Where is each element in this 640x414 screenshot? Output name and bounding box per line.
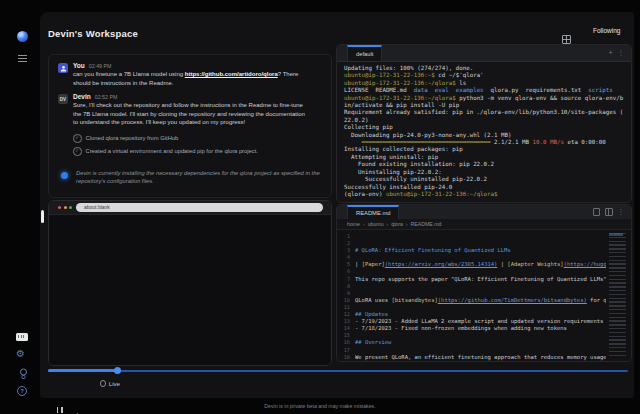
panel-drag-handle[interactable]: [41, 210, 44, 223]
code-line: | [Paper](https://arxiv.org/abs/2305.143…: [355, 261, 606, 268]
new-terminal-plus-icon[interactable]: +: [609, 50, 613, 56]
editor-more-icon[interactable]: ⋮: [618, 209, 625, 215]
line-number: 18: [337, 354, 350, 361]
beta-disclaimer: Devin is in private beta and may make mi…: [0, 403, 640, 409]
message-time: 02:52 PM: [95, 94, 118, 100]
line-number: 6: [337, 268, 350, 275]
terminal-tab-default[interactable]: default: [347, 45, 382, 61]
browser-header: about:blank: [49, 201, 331, 215]
line-number: 13: [337, 318, 350, 325]
terminal-line: LICENSE README.md data eval examples qlo…: [344, 87, 627, 94]
keyboard-shortcuts-icon[interactable]: [16, 333, 28, 341]
code-line: [355, 233, 606, 240]
code-line: ## Overview: [355, 339, 606, 346]
terminal-line: Downloading pip-24.0-py3-none-any.whl (2…: [344, 132, 627, 139]
code-line: [355, 268, 606, 275]
timeline-scrubber-knob[interactable]: [114, 367, 121, 374]
message-author: Devin: [73, 93, 91, 100]
terminal-line: Found existing installation: pip 22.0.2: [344, 161, 627, 168]
editor-body: 123456789101112131415161718 # QLoRA: Eff…: [337, 230, 631, 361]
editor-tabbar: README.md ⋮: [337, 205, 631, 220]
minimap[interactable]: [609, 233, 629, 358]
window-minimize-dot-icon: [64, 206, 67, 209]
terminal-line: ━━━━━━━━━━━━━━━━━━━━━━━━━━━━━━━━━━━━━ 2.…: [344, 139, 627, 146]
timeline-track[interactable]: [48, 370, 628, 372]
code-line: - 7/18/2023 - Fixed non-frozen embedding…: [355, 325, 606, 332]
browser-viewport[interactable]: [49, 215, 331, 365]
terminal-line: Uninstalling pip-22.0.2:: [344, 169, 627, 176]
terminal-line: (qlora-env) ubuntu@ip-172-31-22-136:~/ql…: [344, 191, 627, 198]
message-author: You: [73, 62, 85, 69]
split-view-icon[interactable]: [605, 208, 613, 216]
following-label: Following: [593, 27, 620, 35]
terminal-line: Successfully uninstalled pip-22.0.2: [344, 176, 627, 183]
terminal-line: Requirement already satisfied: pip in ./…: [344, 109, 627, 116]
terminal-line: Collecting pip: [344, 124, 627, 131]
sessions-list-icon[interactable]: [18, 55, 27, 63]
repo-link[interactable]: https://github.com/artidoro/qlora: [185, 71, 278, 77]
expand-icon[interactable]: [593, 208, 601, 216]
editor-tab-readme[interactable]: README.md: [347, 205, 399, 219]
line-number: 5: [337, 261, 350, 268]
code-line: [355, 290, 606, 297]
breadcrumb-item: ubuntu: [368, 219, 384, 229]
code-line: [355, 240, 606, 247]
line-number: 9: [337, 290, 350, 297]
message-time: 02:49 PM: [89, 63, 112, 69]
message-header: You 02:49 PM: [73, 62, 111, 69]
line-number: 17: [337, 347, 350, 354]
line-number: 1: [337, 233, 350, 240]
task-text: Created a virtual environment and update…: [86, 148, 258, 154]
layout-grid-icon[interactable]: [562, 35, 571, 44]
code-line: [355, 304, 606, 311]
help-icon[interactable]: ?: [17, 386, 27, 396]
settings-gear-icon[interactable]: ⚙: [16, 349, 25, 359]
code-line: We present QLoRA, an efficient finetunin…: [355, 354, 606, 361]
chevron-right-icon: ›: [387, 219, 389, 229]
terminal-more-icon[interactable]: ⋮: [618, 50, 625, 56]
code-area[interactable]: # QLoRA: Efficient Finetuning of Quantiz…: [355, 233, 606, 361]
message-header: Devin 02:52 PM: [73, 93, 117, 100]
devin-avatar: DV: [58, 94, 68, 104]
code-line: [355, 347, 606, 354]
window-close-dot-icon: [58, 206, 61, 209]
code-line: [355, 254, 606, 261]
terminal-line: in/activate && pip install -U pip: [344, 102, 627, 109]
completed-task: ✓Cloned qlora repository from GitHub: [73, 134, 313, 143]
page-title: Devin's Workspace: [48, 28, 138, 39]
code-line: [355, 332, 606, 339]
code-line: [355, 283, 606, 290]
terminal-panel: default + ⋮ Updating files: 100% (274/27…: [336, 44, 632, 203]
editor-panel: README.md ⋮ home›ubuntu›qlora›README.md …: [336, 204, 632, 362]
breadcrumb-item: home: [347, 219, 360, 229]
terminal-line: Attempting uninstall: pip: [344, 154, 627, 161]
terminal-line: Successfully installed pip-24.0: [344, 184, 627, 191]
check-icon: ✓: [73, 134, 82, 143]
terminal-output[interactable]: Updating files: 100% (274/274), done.ubu…: [344, 65, 627, 200]
breadcrumb: home›ubuntu›qlora›README.md: [337, 219, 631, 230]
ideas-lightbulb-icon[interactable]: [19, 368, 28, 380]
devin-logo-icon[interactable]: [17, 31, 28, 42]
terminal-tabbar: default + ⋮: [337, 45, 631, 62]
line-number: 2: [337, 240, 350, 247]
completed-task-list: ✓Cloned qlora repository from GitHub✓Cre…: [73, 134, 313, 160]
live-control[interactable]: Live: [100, 380, 120, 387]
line-numbers: 123456789101112131415161718: [337, 233, 350, 361]
window-maximize-dot-icon: [69, 206, 72, 209]
terminal-line: ubuntu@ip-172-31-22-136:~/qlora$ ls: [344, 80, 627, 87]
browser-url-bar[interactable]: about:blank: [76, 203, 323, 212]
devin-workspace-app: ⚙ ? Devin's Workspace Following You 02:4…: [0, 0, 640, 414]
current-status-text: Devin is currently installing the necess…: [76, 169, 320, 185]
code-line: This repo supports the paper "QLoRA: Eff…: [355, 276, 606, 283]
line-number: 3: [337, 247, 350, 254]
code-line: ## Updates: [355, 311, 606, 318]
timeline-progress-fill: [48, 369, 118, 372]
check-icon: ✓: [73, 147, 82, 156]
code-line: QLoRA uses [bitsandbytes](https://github…: [355, 297, 606, 304]
code-line: - 7/19/2023 - Added LLaMA 2 example scri…: [355, 318, 606, 325]
code-line: # QLoRA: Efficient Finetuning of Quantiz…: [355, 247, 606, 254]
line-number: 7: [337, 276, 350, 283]
terminal-line: Installing collected packages: pip: [344, 146, 627, 153]
terminal-line: ubuntu@ip-172-31-22-136:~$ cd ~/$'qlora': [344, 72, 627, 79]
line-number: 11: [337, 304, 350, 311]
